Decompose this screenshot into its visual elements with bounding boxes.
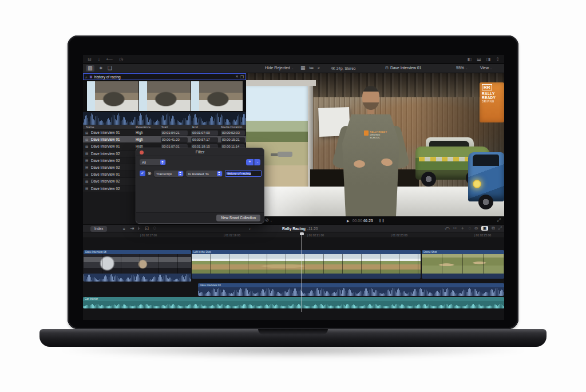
- fcp-window: ⊟↓⟵◷ ◧⬓◨⇧ ▥✶❏ Hide Rejected⌄ ▦≔⌕ 4K 24p,…: [83, 55, 504, 320]
- chevron-down-icon: ⌄: [291, 66, 294, 70]
- background-tasks-icon[interactable]: ◷: [119, 57, 123, 62]
- index-button[interactable]: Index: [90, 226, 107, 232]
- titlebar-right-icons: ◧⬓◨⇧: [468, 57, 500, 62]
- browser-list-header[interactable]: Name Relevance Start End Media Duration: [83, 125, 246, 129]
- column-start[interactable]: Start: [161, 125, 168, 129]
- timeline-clip-music[interactable]: Car Interior: [83, 297, 504, 308]
- ruler-timecode: | 01:02:19:00: [224, 233, 240, 237]
- rule-condition-popup[interactable]: Is Related To: [186, 171, 223, 177]
- browser-sidebar-toggles: ▥✶❏: [86, 65, 112, 72]
- column-media-duration[interactable]: Media Duration: [221, 125, 242, 129]
- search-value: history of racing: [94, 75, 233, 79]
- window-titlebar: ⊟↓⟵◷ ◧⬓◨⇧: [83, 55, 504, 64]
- cell-name: Dave Interview 02: [91, 187, 120, 191]
- view-popup[interactable]: View⌄: [480, 66, 492, 70]
- sidebar-icon[interactable]: ⊟: [88, 57, 92, 62]
- playhead[interactable]: [302, 232, 302, 312]
- column-end[interactable]: End: [192, 125, 198, 129]
- timeline-clip-video[interactable]: Left in the Dust: [192, 250, 421, 279]
- timeline-fullscreen-icon[interactable]: ⤢: [498, 226, 502, 231]
- timeline-toolbar: Index ⌅⇥⊦⊡⟐ ‹ Rally Racing⌄ 11:20 ⤺⇿＋◌⏛▣…: [83, 224, 504, 232]
- shirt-logo-icon: [364, 130, 369, 136]
- rule-checkbox[interactable]: ✓: [140, 171, 145, 176]
- cell-relevance: High: [136, 130, 143, 134]
- chevron-down-icon: ⌄: [490, 66, 492, 70]
- filter-window-icon[interactable]: ❐: [240, 75, 244, 79]
- shirt-logo: RALLY READYDRIVING SCHOOL: [364, 130, 389, 145]
- back-icon[interactable]: ⟵: [106, 57, 113, 62]
- project-name-popup[interactable]: Rally Racing⌄: [282, 227, 309, 231]
- clip-title: Drone Shot: [422, 250, 504, 254]
- timeline-clip-audio[interactable]: Dave Interview 03: [198, 283, 504, 296]
- timeline-back-icon[interactable]: ‹: [249, 227, 251, 232]
- column-name[interactable]: Name: [86, 125, 94, 129]
- cell-name: Dave Interview 01: [91, 137, 120, 141]
- loop-playback-icon[interactable]: ◌: [468, 226, 471, 231]
- new-smart-collection-button[interactable]: New Smart Collection: [216, 215, 260, 221]
- import-icon[interactable]: ↓: [98, 57, 100, 62]
- playhead-handle[interactable]: [300, 232, 304, 235]
- inspector-panel-icon[interactable]: ◨: [486, 57, 491, 62]
- titlebar-left-icons: ⊟↓⟵◷: [88, 57, 123, 62]
- zoom-tool-icon[interactable]: ＋: [460, 226, 465, 231]
- column-relevance[interactable]: Relevance: [136, 125, 151, 129]
- add-rule-button[interactable]: +: [246, 159, 254, 165]
- timecode-hours: 00:00: [353, 219, 363, 223]
- timeline-ruler[interactable]: | 01:02:17:00| 01:02:19:00| 01:02:21:00|…: [83, 232, 504, 238]
- snapping-icon[interactable]: ▣: [481, 226, 488, 231]
- effects-icon: ⊘: [265, 217, 269, 223]
- trim-icon[interactable]: ⤺: [445, 226, 450, 231]
- tools-menu-icon[interactable]: ⟐: [153, 226, 157, 231]
- fullscreen-icon[interactable]: ⤢: [497, 217, 501, 223]
- timeline-clip-video[interactable]: Dave Interview 08: [84, 250, 191, 282]
- list-view-icon[interactable]: ≔: [309, 65, 314, 70]
- laptop-base: [39, 329, 547, 347]
- filter-dialog-header[interactable]: Filter: [136, 148, 264, 156]
- scope-value: All: [142, 160, 146, 164]
- libraries-icon[interactable]: ▥: [86, 65, 94, 72]
- photos-audio-icon[interactable]: ✶: [99, 66, 104, 71]
- cell-name: Dave Interview 01: [91, 130, 120, 134]
- play-icon[interactable]: ▶: [347, 219, 350, 223]
- subject-head: [362, 86, 379, 110]
- share-icon[interactable]: ⇧: [496, 57, 500, 62]
- table-row[interactable]: ▤Dave Interview 01High00:01:04:2100:01:0…: [83, 129, 246, 136]
- clip-list-icon: ▤: [85, 145, 88, 148]
- browser-panel-icon[interactable]: ◧: [468, 57, 472, 62]
- rule-type-popup[interactable]: Transcript: [154, 171, 184, 177]
- table-row[interactable]: ▤Dave Interview 01High00:00:41:2000:00:5…: [83, 136, 246, 143]
- clear-search-icon[interactable]: ✕: [235, 75, 238, 79]
- cell-duration: 00:00:02:03: [221, 130, 245, 136]
- clip-appearance-icon[interactable]: ▦: [300, 65, 306, 70]
- effects-menu-button[interactable]: ⊘⌄: [265, 217, 272, 223]
- browser-audio-waveform[interactable]: [83, 112, 246, 125]
- add-rule-menu-icon[interactable]: ⌄: [254, 159, 260, 165]
- cell-relevance: High: [136, 137, 143, 141]
- rally-car-blue: [468, 146, 504, 211]
- position-icon[interactable]: ⇿: [453, 226, 457, 231]
- search-icon[interactable]: ⌕: [318, 65, 320, 70]
- filmstrip-frame[interactable]: [139, 81, 191, 111]
- timeline-clip-video[interactable]: Drone Shot: [422, 250, 504, 279]
- zoom-level-value: 55%: [456, 66, 464, 70]
- filmstrip-frame[interactable]: [191, 81, 243, 111]
- insert-clip-icon[interactable]: ⇥: [130, 226, 134, 231]
- waveform: [83, 112, 246, 125]
- filmstrip-frame[interactable]: [87, 81, 138, 111]
- append-clip-icon[interactable]: ⊦: [138, 226, 140, 231]
- range-handles-icon[interactable]: ❚❚: [379, 219, 385, 222]
- distant-car: [278, 152, 292, 157]
- overwrite-clip-icon[interactable]: ⊡: [145, 226, 149, 231]
- browser-filmstrip[interactable]: [83, 80, 246, 112]
- timeline-appearance-icon[interactable]: ⧉: [492, 226, 495, 231]
- scope-popup[interactable]: All: [140, 159, 166, 165]
- solo-icon[interactable]: ⏛: [474, 226, 478, 231]
- connect-clip-icon[interactable]: ⌅: [122, 226, 126, 231]
- rule-value-field[interactable]: history of racing: [225, 170, 262, 177]
- browser-search-field[interactable]: ⌕ ❋ history of racing ✕ ❐: [83, 73, 246, 80]
- timeline-panel-icon[interactable]: ⬓: [477, 57, 481, 62]
- hide-rejected-popup[interactable]: Hide Rejected⌄: [265, 66, 294, 70]
- cell-name: Dave Interview 02: [91, 152, 120, 156]
- zoom-level-popup[interactable]: 55%⌄: [456, 66, 468, 70]
- titles-generators-icon[interactable]: ❏: [108, 66, 112, 71]
